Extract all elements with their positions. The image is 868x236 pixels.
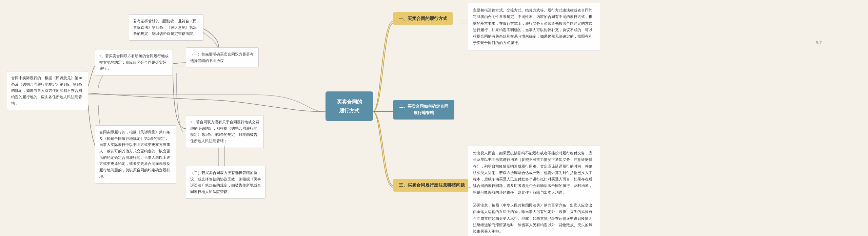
r3-label: 三、买卖合同履行应注意哪些问题 bbox=[399, 183, 465, 188]
r1-label: 一、买卖合同的履行方式 bbox=[399, 16, 447, 21]
left-actual-node: 合同实际履行的，根据《民诉意见》第19条及《购销合同履行地规定》第2条的规定，当… bbox=[95, 125, 176, 184]
r2-node: 二、买卖合同如何确定合同履行地管辖 bbox=[393, 100, 454, 120]
right-text-1-content: 主要包括运输方式、交接方式、结算方式等。履行方式由法律或者合同约定或者由合同性质… bbox=[473, 8, 592, 45]
left-actual-label: 合同实际履行的，根据《民诉意见》第19条及《购销合同履行地规定》第2条的规定，当… bbox=[99, 130, 170, 178]
left-book-label: 若有选择管辖的书面协议，且符合《民事诉讼法》第34条、《民诉意见》第24条的规定… bbox=[133, 19, 197, 36]
right-text-1: 主要包括运输方式、交接方式、结算方式等。履行方式由法律或者合同约定或者由合同性质… bbox=[468, 3, 600, 51]
left-main-label: 合同未实际履行的，根据《民诉意见》第18条及《购销合同履行地规定》第1条、第3条… bbox=[11, 76, 82, 105]
left-node2: 2、若买卖合同双方有明确的合同履行地或交货地的约定，则应该区分合同是否实际履行： bbox=[95, 49, 173, 76]
left-no-agreement: （二）若买卖合同双方没有选择管辖的协议，或选择管辖的协议无效，则根据《民事诉讼法… bbox=[186, 166, 265, 199]
left-main-node: 合同未实际履行的，根据《民诉意见》第18条及《购销合同履行地规定》第1条、第3条… bbox=[7, 71, 88, 110]
r3-node: 三、买卖合同履行应注意哪些问题 bbox=[393, 179, 470, 192]
r1-node: 一、买卖合同的履行方式 bbox=[393, 12, 453, 25]
right-text-3: 对出卖人而言，如果受疫情影响不能履行或者不能按时履行给付义务，应当及早以书面形式… bbox=[468, 146, 600, 236]
r2-label: 二、买卖合同如何确定合同履行地管辖 bbox=[399, 104, 448, 115]
central-label: 买卖合同的 履行方式 bbox=[337, 99, 362, 113]
left-node1: 1、若合同双方没有关于合同履行地或交货地的明确约定，则根据《购销合同履行地规定》… bbox=[186, 115, 264, 148]
left-book-agreement: 若有选择管辖的书面协议，且符合《民事诉讼法》第34条、《民诉意见》第24条的规定… bbox=[129, 14, 203, 41]
left-node2-label: 2、若买卖合同双方有明确的合同履行地或交货地的约定，则应该区分合同是否实际履行： bbox=[99, 54, 169, 70]
central-node: 买卖合同的 履行方式 bbox=[326, 91, 373, 121]
watermark-text: RiT bbox=[815, 40, 822, 45]
left-no-agreement-label: （二）若买卖合同双方没有选择管辖的协议，或选择管辖的协议无效，则根据《民事诉讼法… bbox=[190, 171, 261, 194]
right-text-3-content: 对出卖人而言，如果受疫情影响不能履行或者不能按时履行给付义务，应当及早以书面形式… bbox=[473, 151, 592, 233]
left-center-l2-top: （一）首先要明确买卖合同双方是否有选择管辖的书面协议 bbox=[186, 47, 259, 67]
watermark: RiT bbox=[815, 40, 822, 45]
left-node1-label: 1、若合同双方没有关于合同履行地或交货地的明确约定，则根据《购销合同履行地规定》… bbox=[190, 120, 259, 143]
mind-map: 买卖合同的 履行方式 一、买卖合同的履行方式 二、买卖合同如何确定合同履行地管辖… bbox=[0, 0, 868, 236]
left-center-l2-top-label: （一）首先要明确买卖合同双方是否有选择管辖的书面协议 bbox=[190, 52, 254, 63]
